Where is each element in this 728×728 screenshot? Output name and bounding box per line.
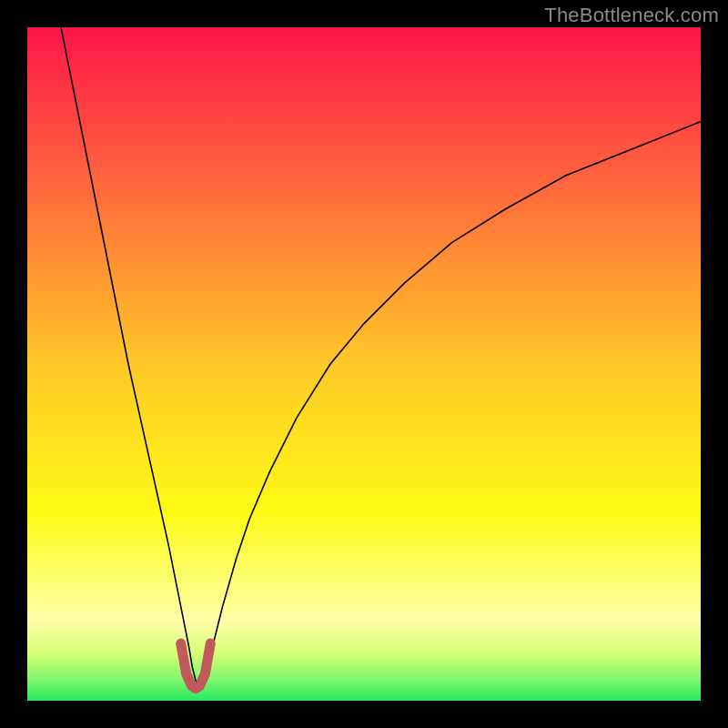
watermark-text: TheBottleneck.com: [544, 4, 719, 27]
chart-frame: TheBottleneck.com: [0, 0, 728, 728]
bottleneck-chart: [27, 27, 701, 701]
plot-area: [27, 27, 701, 701]
